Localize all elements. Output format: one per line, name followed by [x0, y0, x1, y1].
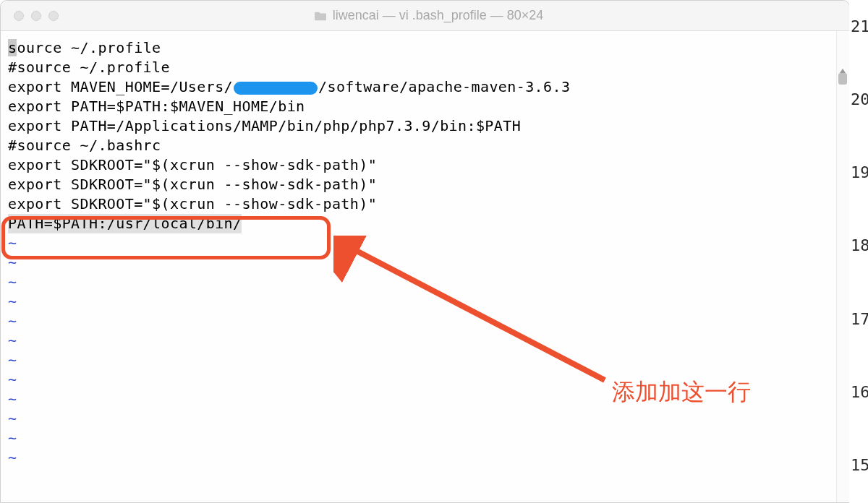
side-number: 18	[849, 236, 868, 254]
titlebar: liwencai — vi .bash_profile — 80×24	[1, 1, 849, 31]
title-wrap: liwencai — vi .bash_profile — 80×24	[59, 8, 849, 23]
scrollbar-handle[interactable]	[838, 73, 847, 85]
editor-line: export SDKROOT="$(xcrun --show-sdk-path)…	[8, 155, 849, 175]
editor-line: #source ~/.profile	[8, 58, 849, 77]
tilde-line: ~	[8, 253, 849, 272]
editor-line: export MAVEN_HOME=/Users//software/apach…	[8, 77, 849, 97]
window-title: liwencai — vi .bash_profile — 80×24	[333, 8, 544, 23]
tilde-line: ~	[8, 272, 849, 292]
side-number: 17	[849, 310, 868, 328]
minimize-icon[interactable]	[31, 11, 41, 21]
side-number: 16	[849, 383, 868, 401]
scroll-up-icon[interactable]	[839, 64, 846, 72]
annotation-label: 添加加这一行	[612, 377, 751, 408]
editor-line: PATH=$PATH:/usr/local/bin/	[8, 214, 849, 233]
editor-line: export SDKROOT="$(xcrun --show-sdk-path)…	[8, 175, 849, 194]
side-number: 19	[849, 163, 868, 181]
tilde-line: ~	[8, 292, 849, 311]
redacted-text	[234, 82, 318, 95]
scrollbar-track[interactable]	[836, 31, 849, 502]
tilde-line: ~	[8, 448, 849, 468]
side-number: 21	[849, 17, 868, 35]
tilde-line: ~	[8, 233, 849, 253]
editor-line: #source ~/.bashrc	[8, 136, 849, 155]
tilde-line: ~	[8, 331, 849, 351]
tilde-line: ~	[8, 409, 849, 429]
side-number: 20	[849, 90, 868, 108]
close-icon[interactable]	[14, 11, 24, 21]
editor-line: export SDKROOT="$(xcrun --show-sdk-path)…	[8, 194, 849, 214]
side-numbers: 21201918171615	[849, 0, 868, 503]
editor-line: source ~/.profile	[8, 38, 849, 58]
traffic-lights	[14, 11, 59, 21]
terminal-window: liwencai — vi .bash_profile — 80×24 sour…	[0, 0, 850, 503]
tilde-line: ~	[8, 311, 849, 331]
folder-icon	[314, 10, 327, 22]
tilde-line: ~	[8, 429, 849, 448]
zoom-icon[interactable]	[48, 11, 59, 21]
tilde-line: ~	[8, 351, 849, 370]
side-number: 15	[849, 456, 868, 474]
editor-line: export PATH=/Applications/MAMP/bin/php/p…	[8, 116, 849, 136]
editor-line: export PATH=$PATH:$MAVEN_HOME/bin	[8, 97, 849, 116]
